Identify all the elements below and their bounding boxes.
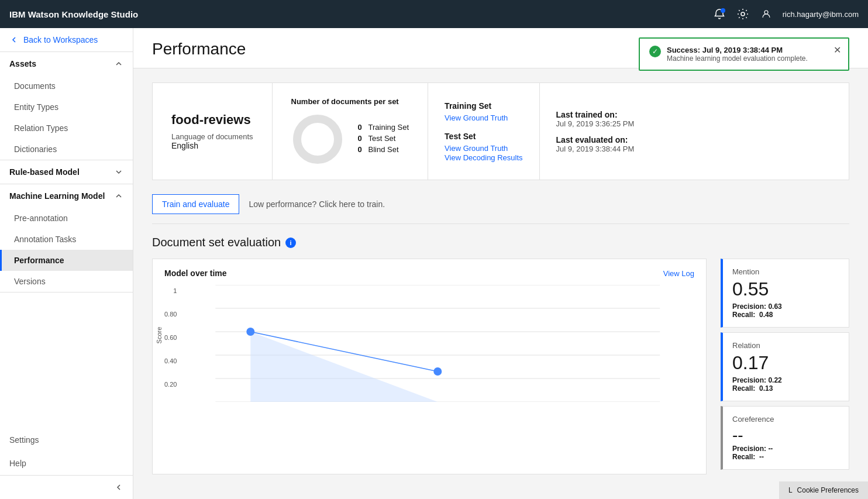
- sidebar-item-versions[interactable]: Versions: [0, 271, 133, 292]
- test-set-label: Test Set: [368, 134, 396, 143]
- last-trained-block: Last trained on: Jul 9, 2019 3:36:25 PM: [556, 110, 635, 128]
- chart-plot-area: Score: [181, 285, 694, 404]
- eval-layout: Model over time View Log 1 0.80 0.60 0.4…: [152, 259, 849, 474]
- app-brand: IBM Watson Knowledge Studio: [9, 9, 138, 19]
- chevron-down-icon: [114, 167, 123, 177]
- eval-title-text: Document set evaluation: [152, 236, 281, 249]
- svg-point-12: [435, 368, 442, 375]
- test-set-count: 0: [358, 134, 365, 143]
- trained-section: Last trained on: Jul 9, 2019 3:36:25 PM …: [540, 83, 651, 180]
- sidebar-item-entity-types[interactable]: Entity Types: [0, 97, 133, 118]
- cookie-label: L: [788, 486, 793, 494]
- back-label: Back to Workspaces: [23, 35, 98, 44]
- chart-title: Model over time: [164, 269, 227, 278]
- training-set-block: Training Set View Ground Truth: [445, 101, 522, 122]
- sidebar-collapse-button[interactable]: [0, 475, 133, 499]
- sidebar-item-settings[interactable]: Settings: [0, 428, 133, 452]
- divider: [152, 223, 849, 224]
- info-icon[interactable]: i: [285, 238, 296, 248]
- user-email: rich.hagarty@ibm.com: [783, 10, 859, 19]
- ml-section: Machine Learning Model Pre-annotation An…: [0, 184, 133, 292]
- top-navigation: IBM Watson Knowledge Studio rich.hagarty…: [0, 0, 868, 28]
- chevron-left-icon: [9, 35, 19, 44]
- assets-section: Assets Documents Entity Types Relation T…: [0, 52, 133, 160]
- blind-set-count: 0: [358, 145, 365, 154]
- notification-icon[interactable]: [712, 7, 726, 21]
- view-log-link[interactable]: View Log: [663, 269, 694, 278]
- view-ground-truth-training-link[interactable]: View Ground Truth: [445, 113, 508, 122]
- assets-header[interactable]: Assets: [0, 52, 133, 75]
- last-trained-value: Jul 9, 2019 3:36:25 PM: [556, 119, 635, 128]
- chart-area: Model over time View Log 1 0.80 0.60 0.4…: [152, 259, 707, 474]
- page-header: Performance ✓ Success: Jul 9, 2019 3:38:…: [133, 28, 868, 68]
- sidebar-item-dictionaries[interactable]: Dictionaries: [0, 139, 133, 160]
- rule-based-label: Rule-based Model: [9, 167, 80, 177]
- y-axis-labels: 1 0.80 0.60 0.40 0.20: [164, 285, 177, 404]
- brand-rest: Knowledge Studio: [59, 9, 138, 19]
- content-body: food-reviews Language of documents Engli…: [133, 68, 868, 488]
- user-icon[interactable]: [759, 7, 773, 21]
- corpus-name: food-reviews: [171, 112, 253, 128]
- training-set-label: Training Set: [368, 123, 409, 132]
- banner-text: Success: Jul 9, 2019 3:38:44 PM Machine …: [667, 46, 808, 63]
- sets-section: Training Set View Ground Truth Test Set …: [428, 83, 539, 180]
- sidebar-item-relation-types[interactable]: Relation Types: [0, 118, 133, 139]
- y-axis-title: Score: [156, 327, 163, 344]
- chevron-up-icon: [114, 59, 123, 68]
- brand-ibm: IBM: [9, 9, 28, 19]
- last-evaluated-block: Last evaluated on: Jul 9, 2019 3:38:44 P…: [556, 135, 635, 153]
- cookie-preferences-text[interactable]: Cookie Preferences: [797, 486, 859, 494]
- back-to-workspaces[interactable]: Back to Workspaces: [0, 28, 133, 52]
- corpus-section: food-reviews Language of documents Engli…: [153, 83, 273, 180]
- sidebar-item-documents[interactable]: Documents: [0, 75, 133, 97]
- donut-chart-area: 0 Training Set 0 Test Set 0 Blind Set: [291, 113, 409, 166]
- train-bar: Train and evaluate Low performance? Clic…: [152, 194, 849, 214]
- chevron-up-ml-icon: [114, 191, 123, 201]
- app-layout: Back to Workspaces Assets Documents Enti…: [0, 28, 868, 499]
- sidebar-item-help[interactable]: Help: [0, 452, 133, 475]
- banner-close-button[interactable]: ✕: [833, 44, 841, 56]
- sidebar-item-pre-annotation[interactable]: Pre-annotation: [0, 208, 133, 229]
- training-set-title: Training Set: [445, 101, 522, 111]
- success-icon: ✓: [649, 46, 661, 57]
- ml-label: Machine Learning Model: [9, 191, 105, 201]
- view-decoding-results-link[interactable]: View Decoding Results: [445, 153, 522, 162]
- donut-labels: 0 Training Set 0 Test Set 0 Blind Set: [358, 123, 409, 156]
- sidebar-bottom: Settings Help: [0, 428, 133, 499]
- metric-mention: Mention 0.55 Precision: 0.63 Recall: 0.4…: [721, 259, 849, 328]
- sidebar-item-performance[interactable]: Performance: [0, 250, 133, 271]
- rule-based-header[interactable]: Rule-based Model: [0, 160, 133, 184]
- brand-area: IBM Watson Knowledge Studio: [9, 9, 138, 19]
- last-evaluated-label: Last evaluated on:: [556, 135, 635, 144]
- settings-icon[interactable]: [736, 7, 750, 21]
- assets-label: Assets: [9, 59, 36, 68]
- notification-dot: [721, 8, 725, 13]
- success-banner: ✓ Success: Jul 9, 2019 3:38:44 PM Machin…: [639, 37, 849, 71]
- eval-title-row: Document set evaluation i: [152, 236, 849, 249]
- donut-section: Number of documents per set 0 Training S…: [273, 83, 429, 180]
- sidebar-item-annotation-tasks[interactable]: Annotation Tasks: [0, 229, 133, 250]
- train-hint: Low performance? Click here to train.: [249, 199, 385, 209]
- svg-point-1: [764, 11, 768, 14]
- corpus-lang-value: English: [171, 141, 253, 150]
- chart-container: 1 0.80 0.60 0.40 0.20: [164, 285, 694, 404]
- training-set-count: 0: [358, 123, 365, 132]
- evaluation-section: Document set evaluation i Model over tim…: [152, 236, 849, 474]
- donut-chart: [291, 113, 344, 166]
- chart-svg: [181, 285, 694, 402]
- last-evaluated-value: Jul 9, 2019 3:38:44 PM: [556, 144, 635, 153]
- main-content: Performance ✓ Success: Jul 9, 2019 3:38:…: [133, 28, 868, 499]
- view-ground-truth-test-link[interactable]: View Ground Truth: [445, 144, 508, 153]
- svg-point-11: [247, 328, 254, 335]
- rule-based-section: Rule-based Model: [0, 160, 133, 184]
- info-card: food-reviews Language of documents Engli…: [152, 82, 849, 180]
- metric-coreference: Coreference -- Precision: -- Recall: --: [721, 406, 849, 470]
- sidebar: Back to Workspaces Assets Documents Enti…: [0, 28, 133, 499]
- donut-header: Number of documents per set: [291, 97, 409, 106]
- nav-right: rich.hagarty@ibm.com: [712, 7, 859, 21]
- svg-point-2: [297, 119, 338, 160]
- ml-header[interactable]: Machine Learning Model: [0, 184, 133, 208]
- svg-marker-9: [251, 332, 438, 402]
- chart-header: Model over time View Log: [164, 269, 694, 278]
- train-evaluate-button[interactable]: Train and evaluate: [152, 194, 239, 214]
